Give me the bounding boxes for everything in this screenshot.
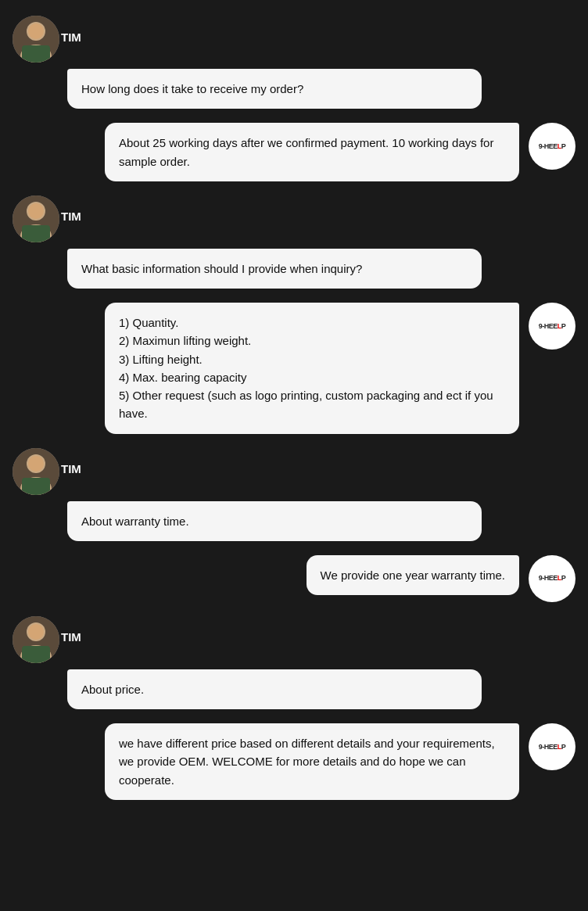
username-label-3: TIM [61, 462, 81, 475]
svg-rect-9 [22, 225, 50, 242]
bot-bubble-1: About 25 working days after we confirmed… [105, 123, 519, 181]
user-bubble-3: About warranty time. [67, 501, 482, 541]
bot-logo-3: 9-HEELP [539, 575, 566, 582]
user-header-4: TIM [13, 616, 575, 663]
bot-avatar-2: 9-HEELP [529, 303, 575, 350]
user-avatar-1 [13, 16, 59, 63]
bot-bubble-3: We provide one year warranty time. [307, 555, 520, 595]
bot-avatar-1: 9-HEELP [529, 123, 575, 170]
exchange-1-user: TIM How long does it take to receive my … [13, 16, 575, 109]
svg-rect-4 [22, 45, 50, 63]
user-avatar-4 [13, 616, 59, 663]
exchange-3-user: TIM About warranty time. [13, 448, 575, 541]
user-avatar-3 [13, 448, 59, 495]
bot-bubble-4: we have different price based on differe… [105, 723, 519, 800]
bot-bubble-2: 1) Quantity. 2) Maximun lifting weight. … [105, 303, 519, 434]
bot-logo-2: 9-HEELP [539, 323, 566, 330]
user-bubble-4: About price. [67, 669, 482, 709]
user-header-3: TIM [13, 448, 575, 495]
exchange-4-user: TIM About price. [13, 616, 575, 709]
username-label-2: TIM [61, 210, 81, 223]
svg-point-18 [28, 624, 44, 640]
bot-message-row-4: we have different price based on differe… [13, 723, 575, 800]
user-header-2: TIM [13, 195, 575, 242]
chat-container: TIM How long does it take to receive my … [13, 16, 575, 814]
username-label-1: TIM [61, 30, 81, 44]
svg-rect-14 [22, 478, 50, 495]
user-bubble-2: What basic information should I provide … [67, 249, 482, 289]
bot-message-row-1: About 25 working days after we confirmed… [13, 123, 575, 181]
bot-avatar-4: 9-HEELP [529, 723, 575, 770]
exchange-2-user: TIM What basic information should I prov… [13, 195, 575, 289]
bot-avatar-3: 9-HEELP [529, 555, 575, 602]
user-avatar-2 [13, 195, 59, 242]
user-bubble-1: How long does it take to receive my orde… [67, 69, 482, 109]
svg-point-13 [28, 456, 44, 472]
svg-rect-19 [22, 646, 50, 663]
bot-message-row-3: We provide one year warranty time. 9-HEE… [13, 555, 575, 602]
bot-logo-1: 9-HEELP [539, 143, 566, 150]
svg-point-8 [28, 203, 44, 219]
bot-message-row-2: 1) Quantity. 2) Maximun lifting weight. … [13, 303, 575, 434]
username-label-4: TIM [61, 630, 81, 644]
svg-point-3 [28, 23, 44, 39]
user-header-1: TIM [13, 16, 575, 63]
bot-logo-4: 9-HEELP [539, 744, 566, 751]
